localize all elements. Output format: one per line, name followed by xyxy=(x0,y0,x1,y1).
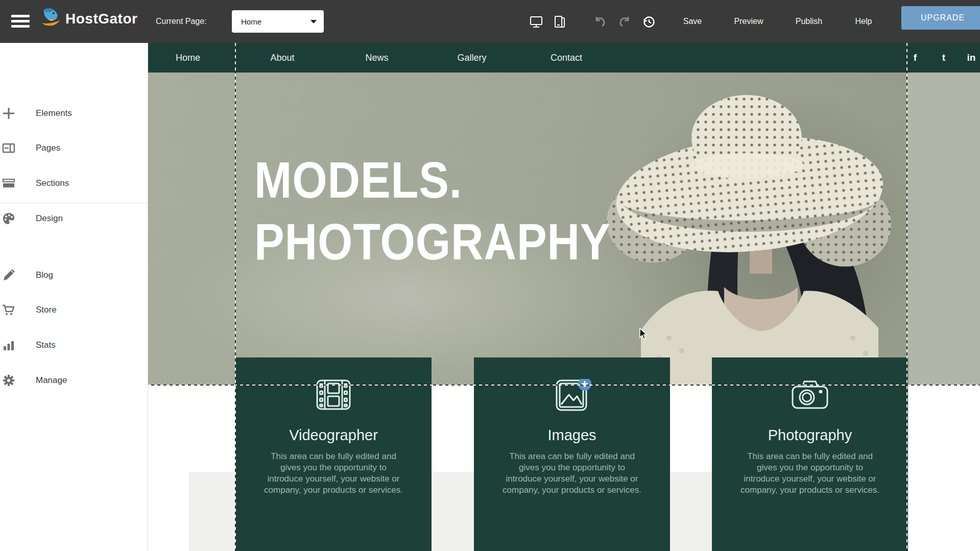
mouse-cursor xyxy=(637,328,649,343)
feature-card-images[interactable]: Images This area can be fully edited and… xyxy=(474,357,670,551)
pencil-icon xyxy=(2,269,15,282)
card-body-text: This area can be fully edited and gives … xyxy=(740,451,880,496)
card-title: Images xyxy=(474,427,670,444)
site-preview-canvas: Home About News Gallery Contact f t in xyxy=(148,43,980,551)
card-body-text: This area can be fully edited and gives … xyxy=(264,451,403,496)
sidebar-item-blog[interactable]: Blog xyxy=(0,268,148,283)
upgrade-button[interactable]: UPGRADE xyxy=(901,6,980,30)
current-page-label: Current Page: xyxy=(156,17,207,26)
hostgator-builder-app: HostGator Current Page: Home xyxy=(0,0,980,551)
hostgator-logo: HostGator xyxy=(38,7,137,31)
desktop-preview-icon[interactable] xyxy=(530,15,543,29)
site-nav-about[interactable]: About xyxy=(249,43,316,73)
page-select-value: Home xyxy=(241,17,310,26)
pages-icon xyxy=(2,141,15,155)
card-title: Videographer xyxy=(235,427,432,444)
sidebar-item-elements[interactable]: Elements xyxy=(0,106,148,121)
site-nav-gallery[interactable]: Gallery xyxy=(439,43,505,73)
hamburger-menu-icon[interactable] xyxy=(11,15,30,28)
sidebar-item-design[interactable]: Design xyxy=(0,211,148,226)
chevron-down-icon xyxy=(310,20,317,23)
editor-sidebar: Elements Pages Sections Design Blog xyxy=(0,43,148,551)
section-border-bottom[interactable] xyxy=(148,385,980,386)
facebook-icon[interactable]: f xyxy=(908,43,922,73)
undo-icon[interactable] xyxy=(593,15,607,29)
sidebar-label: Blog xyxy=(36,270,53,280)
history-icon[interactable] xyxy=(642,15,656,29)
plus-icon xyxy=(2,107,15,120)
site-nav-contact[interactable]: Contact xyxy=(533,43,600,73)
mobile-preview-icon[interactable] xyxy=(553,15,566,29)
sidebar-item-sections[interactable]: Sections xyxy=(0,176,148,191)
canvas-bleed-overlay xyxy=(907,73,980,386)
feature-card-photography[interactable]: Photography This area can be fully edite… xyxy=(712,357,908,551)
sidebar-label: Manage xyxy=(36,375,67,386)
sidebar-item-manage[interactable]: Manage xyxy=(0,373,148,388)
top-toolbar: HostGator Current Page: Home xyxy=(0,0,980,43)
card-title: Photography xyxy=(712,427,908,444)
sidebar-divider xyxy=(0,203,148,203)
section-border-right[interactable] xyxy=(906,43,907,551)
section-border-left[interactable] xyxy=(235,43,236,551)
sidebar-item-store[interactable]: Store xyxy=(0,302,148,318)
site-navbar: Home About News Gallery Contact f t in xyxy=(148,43,980,73)
help-button[interactable]: Help xyxy=(852,17,875,26)
page-select-dropdown[interactable]: Home xyxy=(232,10,324,33)
sidebar-label: Pages xyxy=(36,143,60,153)
palette-icon xyxy=(2,212,15,225)
sidebar-item-stats[interactable]: Stats xyxy=(0,338,148,353)
card-body-text: This area can be fully edited and gives … xyxy=(502,451,642,496)
linkedin-icon[interactable]: in xyxy=(964,43,978,73)
cart-icon xyxy=(2,303,15,317)
bar-chart-icon xyxy=(2,339,15,352)
preview-button[interactable]: Preview xyxy=(732,17,766,26)
hero-heading[interactable]: MODELS.PHOTOGRAPHY xyxy=(254,149,610,273)
site-nav-news[interactable]: News xyxy=(344,43,410,73)
sidebar-label: Stats xyxy=(36,340,56,350)
logo-wordmark: HostGator xyxy=(65,11,137,27)
save-button[interactable]: Save xyxy=(681,17,704,26)
gear-icon xyxy=(2,374,15,387)
site-nav-home[interactable]: Home xyxy=(155,43,221,73)
hero-section[interactable]: MODELS.PHOTOGRAPHY xyxy=(148,73,980,386)
sections-icon xyxy=(2,177,15,190)
sidebar-label: Elements xyxy=(36,108,72,118)
sidebar-label: Store xyxy=(36,305,57,315)
twitter-icon[interactable]: t xyxy=(937,43,951,73)
sidebar-label: Sections xyxy=(36,178,69,188)
sidebar-item-pages[interactable]: Pages xyxy=(0,140,148,156)
hostgator-gator-icon xyxy=(38,7,61,31)
redo-icon[interactable] xyxy=(618,15,631,29)
feature-card-videographer[interactable]: Videographer This area can be fully edit… xyxy=(235,357,432,551)
sidebar-label: Design xyxy=(36,213,63,224)
publish-button[interactable]: Publish xyxy=(793,17,825,26)
